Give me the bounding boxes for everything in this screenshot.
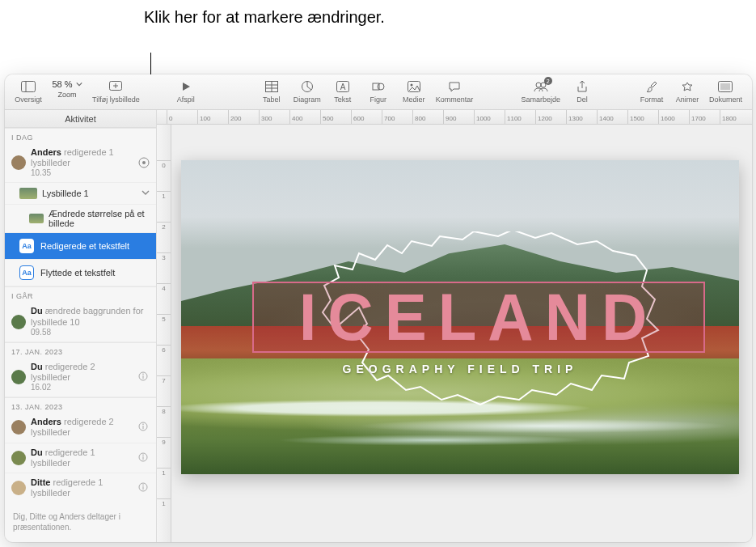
app-window: Oversigt 58 % Zoom Tilføj lysbillede Afs…: [5, 74, 752, 542]
format-button[interactable]: Format: [635, 78, 669, 104]
callout-text: Klik her for at markere ændringer.: [144, 6, 385, 28]
ruler-tick: 200: [228, 110, 241, 124]
ruler-tick: 300: [259, 110, 272, 124]
media-icon: [408, 79, 420, 94]
ruler-tick: 8: [157, 406, 171, 415]
svg-point-24: [142, 373, 144, 375]
people-icon: 2: [533, 79, 549, 94]
animate-icon: [681, 79, 694, 94]
activity-entry[interactable]: Du redigerede 1 lysbilleder: [5, 443, 156, 473]
ruler-tick: 1600: [658, 110, 675, 124]
chart-icon: [301, 79, 314, 94]
ruler-tick: 0: [167, 110, 172, 124]
chart-button[interactable]: Diagram: [290, 78, 324, 104]
ruler-tick: 0: [157, 160, 171, 169]
ruler-tick: 1000: [474, 110, 491, 124]
change-move-textfield[interactable]: Aa Flyttede et tekstfelt: [5, 260, 156, 286]
media-button[interactable]: Medier: [397, 78, 431, 104]
text-button[interactable]: A Tekst: [326, 78, 360, 104]
share-button[interactable]: Del: [565, 78, 599, 104]
ruler-tick: 1100: [505, 110, 522, 124]
avatar: [11, 420, 26, 435]
avatar: [11, 481, 26, 495]
overview-label: Oversigt: [15, 95, 42, 104]
change-move-label: Flyttede et tekstfelt: [40, 268, 115, 278]
ruler-tick: 100: [197, 110, 210, 124]
ruler-tick: 7: [157, 375, 171, 384]
play-button[interactable]: Afspil: [169, 78, 203, 104]
highlight-icon[interactable]: [138, 157, 150, 168]
add-slide-button[interactable]: Tilføj lysbillede: [89, 78, 143, 104]
activity-entry[interactable]: Du redigerede 2 lysbilleder 16.02: [5, 358, 156, 397]
ruler-tick: 1: [157, 468, 171, 477]
animate-button[interactable]: Animer: [670, 78, 704, 104]
ruler-tick: 3: [157, 252, 171, 261]
comment-button[interactable]: Kommentar: [433, 78, 477, 104]
activity-user: Du: [31, 447, 43, 457]
media-label: Medier: [403, 95, 425, 104]
add-slide-label: Tilføj lysbillede: [92, 95, 140, 104]
activity-entry[interactable]: Ditte redigerede 1 lysbilleder: [5, 473, 156, 502]
share-icon: [577, 79, 588, 94]
section-yesterday: I GÅR: [5, 286, 156, 302]
collaborate-button[interactable]: 2 Samarbejde: [517, 78, 564, 104]
svg-point-21: [142, 161, 146, 164]
ruler-tick: 900: [443, 110, 456, 124]
activity-entry[interactable]: Anders redigerede 1 lysbilleder 10.35: [5, 143, 156, 183]
info-icon[interactable]: [138, 422, 150, 433]
overview-button[interactable]: Oversigt: [11, 78, 45, 104]
table-button[interactable]: Tabel: [255, 78, 289, 104]
ruler-tick: 1200: [535, 110, 552, 124]
slide-viewport[interactable]: ICELAND GEOGRAPHY FIELD TRIP: [171, 125, 752, 542]
ruler-vertical: 012345678911: [157, 125, 171, 542]
slide-bg-river: [181, 387, 739, 458]
activity-user: Du: [31, 306, 43, 316]
brush-icon: [646, 79, 657, 94]
info-icon[interactable]: [138, 482, 150, 494]
ruler-tick: 700: [382, 110, 395, 124]
chevron-down-icon[interactable]: [141, 189, 150, 198]
text-icon: A: [336, 79, 349, 94]
ruler-tick: 600: [351, 110, 364, 124]
slide-thumbnail: [19, 188, 37, 199]
sidebar-icon: [21, 79, 36, 94]
section-today: I DAG: [5, 128, 156, 143]
ruler-tick: 1700: [689, 110, 706, 124]
ruler-tick: 5: [157, 314, 171, 323]
svg-point-33: [142, 484, 144, 486]
ruler-tick: 1500: [627, 110, 644, 124]
avatar: [11, 451, 26, 465]
activity-entry[interactable]: Anders redigerede 2 lysbilleder: [5, 413, 156, 443]
change-edit-textfield[interactable]: Aa Redigerede et tekstfelt: [5, 233, 156, 260]
zoom-control[interactable]: 58 % Zoom: [47, 78, 87, 99]
change-resize-label: Ændrede størrelse på et billede: [49, 209, 150, 228]
activity-sidebar: Aktivitet I DAG Anders redigerede 1 lysb…: [5, 110, 157, 542]
title-text-box[interactable]: ICELAND: [252, 282, 705, 353]
activity-user: Ditte: [31, 477, 50, 487]
slide-entry[interactable]: Lysbillede 1: [5, 183, 156, 205]
collaborate-badge: 2: [544, 77, 552, 85]
svg-rect-19: [720, 83, 730, 90]
activity-user: Du: [31, 362, 43, 371]
svg-point-27: [142, 424, 144, 426]
slide-thumbnail-small: [29, 214, 44, 223]
shape-label: Figur: [370, 95, 386, 104]
change-resize[interactable]: Ændrede størrelse på et billede: [5, 205, 156, 233]
format-label: Format: [640, 95, 664, 104]
activity-entry[interactable]: Du ændrede baggrunden for lysbillede 10 …: [5, 302, 156, 341]
slide-subtitle[interactable]: GEOGRAPHY FIELD TRIP: [181, 363, 739, 375]
slide-name: Lysbillede 1: [42, 189, 89, 198]
text-move-icon: Aa: [19, 265, 34, 280]
ruler-tick: 2: [157, 222, 171, 231]
change-edit-label: Redigerede et tekstfelt: [40, 241, 129, 251]
plus-icon: [109, 79, 122, 94]
shape-button[interactable]: Figur: [361, 78, 395, 104]
slide[interactable]: ICELAND GEOGRAPHY FIELD TRIP: [181, 160, 739, 474]
document-button[interactable]: Dokument: [706, 78, 745, 104]
info-icon[interactable]: [138, 452, 150, 464]
svg-point-16: [536, 83, 541, 87]
svg-text:A: A: [340, 83, 345, 91]
comment-label: Kommentar: [436, 95, 474, 104]
info-icon[interactable]: [138, 371, 150, 383]
zoom-label: Zoom: [57, 91, 76, 99]
